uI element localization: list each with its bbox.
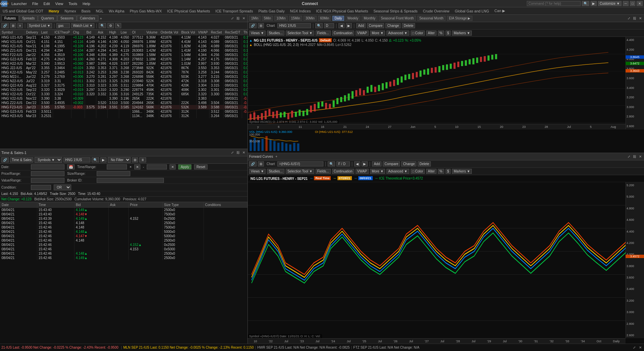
ts-col-date[interactable]: Date xyxy=(0,202,37,208)
ts-col-price[interactable]: Price xyxy=(128,202,163,208)
chart-pop-out[interactable]: ⤢ xyxy=(627,16,631,20)
ts-type-btn[interactable]: Time & Sales xyxy=(10,157,33,162)
exchange-ice-ngx[interactable]: ICE NGX Physical Gas Markets xyxy=(315,8,369,14)
ts-play-btn[interactable]: ▶ xyxy=(100,157,106,162)
date-input[interactable] xyxy=(31,164,64,169)
chart-change-btn[interactable]: Change xyxy=(385,23,401,28)
exchange-ngx[interactable]: NGX Indices xyxy=(289,8,312,14)
date-picker-btn[interactable]: 📅 xyxy=(67,164,75,169)
ts-filter-select[interactable]: No Filter xyxy=(108,157,131,163)
fc2-percent[interactable]: % xyxy=(438,169,444,174)
c2-dollar[interactable]: $ xyxy=(446,31,451,36)
ts-col-ask[interactable]: Ask xyxy=(108,202,128,208)
exchange-wx[interactable]: Wx Alpha xyxy=(107,8,126,14)
link-btn[interactable]: 🔗 xyxy=(1,23,9,28)
ts-row-6[interactable]: 08/04/2115:42:464.147▼5000x0 xyxy=(0,234,247,238)
col-vwap[interactable]: VWAP xyxy=(196,30,209,35)
ts-row-3[interactable]: 08/04/2115:42:464.1482500x0 xyxy=(0,221,247,225)
col-chg[interactable]: Chg xyxy=(72,30,85,35)
ts-close[interactable]: ✕ xyxy=(241,150,246,155)
exchange-ice-transport[interactable]: ICE Transport Spreads xyxy=(214,8,255,14)
tf-seasonal-month[interactable]: Seasonal Month xyxy=(417,16,446,21)
futures-row-17[interactable]: HNG G23-IUSFeb'233.50111066...348K421876… xyxy=(0,109,248,114)
menu-edit[interactable]: Edit xyxy=(41,1,53,6)
panel-pop-out[interactable]: ⤢ xyxy=(230,16,235,20)
ts-col-size[interactable]: Size Type xyxy=(163,202,203,208)
ts-link[interactable]: ⛓ xyxy=(235,150,241,155)
time-clear2-btn[interactable]: ✕ xyxy=(170,164,176,169)
panel-close[interactable]: ✕ xyxy=(241,16,246,20)
col-theo[interactable]: Theo Change xyxy=(242,30,247,35)
ts-col-time[interactable]: Time xyxy=(37,202,74,208)
fc2-vwap[interactable]: VWAP xyxy=(356,169,369,174)
fc-chart-area[interactable]: 5.200 5.000 4.800 4.600 4.400 4.200 4.00… xyxy=(248,182,644,344)
futures-row-13[interactable]: HNG V22-IUSOct'223.3303.324+0.0103.3203.… xyxy=(0,92,248,96)
ts-link-btn[interactable]: 🔗 xyxy=(1,157,9,162)
symbol-list-btn[interactable]: Symbol List ▼ xyxy=(27,23,52,28)
menu-help[interactable]: Help xyxy=(80,1,93,6)
watch-list-btn[interactable]: Watch List ▼ xyxy=(71,23,94,28)
c2-continuation[interactable]: Continuation xyxy=(332,31,354,36)
ts-row-1[interactable]: 08/04/2115:43:404.148▼7500x0 xyxy=(0,212,247,216)
futures-row-0[interactable]: HNG U21-IUSSep'214.1504.1503+0.1234.1494… xyxy=(0,35,248,40)
exchange-ice-phys[interactable]: ICE Physical Gas Markets xyxy=(166,8,212,14)
exchange-basis[interactable]: Basis xyxy=(80,8,92,14)
close-button[interactable]: ✕ xyxy=(637,1,643,6)
ts-col-cond[interactable]: Conditions xyxy=(203,202,247,208)
futures-row-9[interactable]: HNG M22-I...Jun'223.2793.2769+0.0063.270… xyxy=(0,74,248,79)
tf-5min[interactable]: 5Min xyxy=(262,16,273,21)
fc2-continuation[interactable]: Continuation xyxy=(332,169,354,174)
fc-pop-out[interactable]: ⤢ xyxy=(627,154,631,159)
tf-30min[interactable]: 30Min xyxy=(304,16,317,21)
tab-seasons[interactable]: Seasons xyxy=(57,15,77,21)
c2-alter[interactable]: Alter xyxy=(426,31,436,36)
exchange-cot[interactable]: US and Global Gas COT xyxy=(1,8,45,14)
fc-delete-btn[interactable]: Delete xyxy=(418,161,431,166)
c2-selection[interactable]: Selection Tool ▼ xyxy=(286,31,314,36)
minimize-button[interactable]: ─ xyxy=(623,1,629,6)
col-low[interactable]: Low xyxy=(119,30,131,35)
ts-symbol-input[interactable] xyxy=(63,157,90,162)
chart-mode-btn[interactable]: ⊞ xyxy=(258,23,264,28)
search-button[interactable]: 🔍 xyxy=(582,1,589,6)
chart-tf-input[interactable] xyxy=(324,23,334,28)
ts-search-btn[interactable]: 🔍 xyxy=(92,157,99,162)
ts-row-8[interactable]: 08/04/2115:42:464.152▲0x2500 xyxy=(0,243,247,247)
fc2-dollar[interactable]: $ xyxy=(446,169,451,174)
tab-quarters[interactable]: Quarters xyxy=(38,15,57,21)
symbol-input[interactable] xyxy=(56,23,70,28)
tf-60min[interactable]: 60Min xyxy=(318,16,331,21)
exchange-phys-wx[interactable]: Phys Gas Mkts-WX xyxy=(128,8,163,14)
fc-add-tab[interactable]: + xyxy=(274,154,278,159)
tab-add[interactable]: + xyxy=(99,16,103,21)
futures-row-2[interactable]: HNG X21-IUSNov'214.1984.1995+0.1094.1964… xyxy=(0,44,248,48)
ts-pause-btn[interactable]: ⏸ xyxy=(139,157,146,162)
broker-id-input[interactable] xyxy=(97,178,164,183)
play-button[interactable]: ▶ xyxy=(591,1,597,6)
exchange-global-gas[interactable]: Global Gas and LNG xyxy=(453,8,490,14)
col-oi[interactable]: OI xyxy=(131,30,145,35)
price-range-input[interactable] xyxy=(31,171,64,176)
menu-file[interactable]: File xyxy=(30,1,41,6)
c2-percent[interactable]: % xyxy=(438,31,444,36)
panel-link[interactable]: ⛓ xyxy=(235,16,241,20)
tf-15min[interactable]: 15Min xyxy=(289,16,302,21)
futures-row-4[interactable]: HNG F22-IUSJan'224.3564.3519+0.1004.3484… xyxy=(0,53,248,57)
fc2-more[interactable]: More ▼ xyxy=(370,169,385,174)
size-range-input[interactable] xyxy=(97,171,130,176)
col-delivery[interactable]: Delivery xyxy=(25,30,40,35)
fc-link-btn[interactable]: 🔗 xyxy=(249,161,257,166)
chart-back-btn[interactable]: ◀ xyxy=(338,23,344,28)
fc-fwd-btn[interactable]: ▶ xyxy=(362,161,368,166)
tf-daily[interactable]: Daily xyxy=(332,16,344,21)
col-icetheo[interactable]: ICETheoP xyxy=(53,30,72,35)
futures-table[interactable]: Symbol Delivery Last ICETheoP Chg Bid As… xyxy=(0,30,247,149)
maximize-button[interactable]: □ xyxy=(630,1,635,6)
futures-row-10[interactable]: HNG N22-IUSJul'223.3193.31+0.0113.3023.3… xyxy=(0,79,248,83)
fc2-studies[interactable]: Studies... xyxy=(267,169,284,174)
tf-monthly[interactable]: Monthly xyxy=(362,16,377,21)
ts-row-11[interactable]: 08/04/2115:42:464.149▲2500x0 xyxy=(0,256,247,260)
value-range-input[interactable] xyxy=(31,178,64,183)
fc2-selection[interactable]: Selection Tool ▼ xyxy=(286,169,314,174)
ts-row-5[interactable]: 08/04/2115:42:464.148▲5000x0 xyxy=(0,230,247,234)
